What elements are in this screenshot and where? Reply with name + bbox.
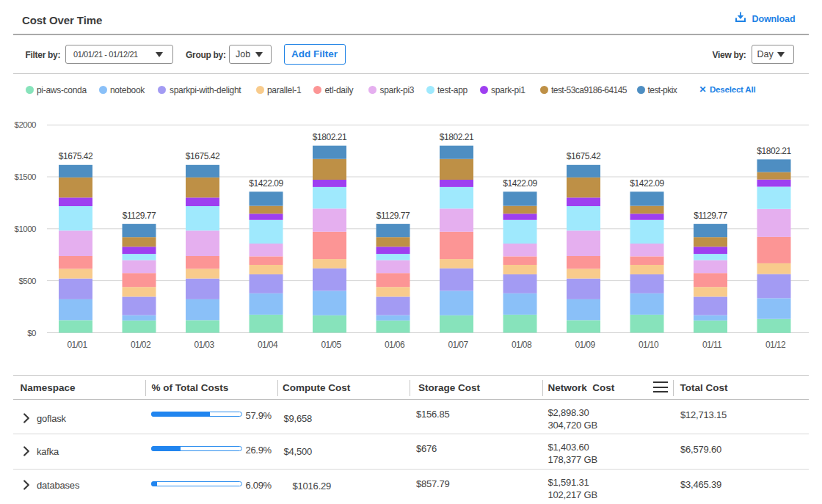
svg-text:$1422.09: $1422.09 bbox=[249, 178, 283, 189]
svg-text:01/12: 01/12 bbox=[765, 340, 786, 350]
svg-text:01/10: 01/10 bbox=[639, 340, 659, 350]
svg-text:$2000: $2000 bbox=[15, 120, 37, 129]
svg-text:01/02: 01/02 bbox=[131, 340, 151, 350]
svg-text:$500: $500 bbox=[18, 277, 36, 285]
svg-text:$1129.77: $1129.77 bbox=[123, 211, 156, 221]
svg-text:$1802.21: $1802.21 bbox=[313, 132, 347, 142]
svg-text:$0: $0 bbox=[27, 329, 36, 337]
svg-text:$1802.21: $1802.21 bbox=[440, 132, 474, 142]
svg-text:01/04: 01/04 bbox=[258, 340, 278, 350]
svg-text:01/05: 01/05 bbox=[321, 340, 341, 350]
svg-text:$1675.42: $1675.42 bbox=[59, 151, 93, 161]
svg-text:01/06: 01/06 bbox=[385, 340, 405, 350]
svg-text:$1422.09: $1422.09 bbox=[503, 178, 537, 189]
svg-text:01/01: 01/01 bbox=[67, 340, 87, 350]
svg-text:01/11: 01/11 bbox=[702, 340, 722, 350]
svg-text:$1000: $1000 bbox=[15, 224, 37, 233]
svg-text:$1802.21: $1802.21 bbox=[757, 146, 791, 156]
svg-text:$1500: $1500 bbox=[15, 172, 37, 181]
svg-text:01/03: 01/03 bbox=[194, 340, 214, 350]
svg-text:$1675.42: $1675.42 bbox=[186, 151, 220, 161]
svg-text:01/09: 01/09 bbox=[575, 340, 595, 350]
svg-text:$1675.42: $1675.42 bbox=[567, 151, 601, 161]
svg-text:01/08: 01/08 bbox=[512, 340, 532, 350]
svg-text:01/07: 01/07 bbox=[448, 340, 468, 350]
svg-text:$1129.77: $1129.77 bbox=[377, 211, 410, 221]
svg-text:$1422.09: $1422.09 bbox=[630, 178, 664, 189]
svg-text:$1129.77: $1129.77 bbox=[694, 211, 727, 221]
